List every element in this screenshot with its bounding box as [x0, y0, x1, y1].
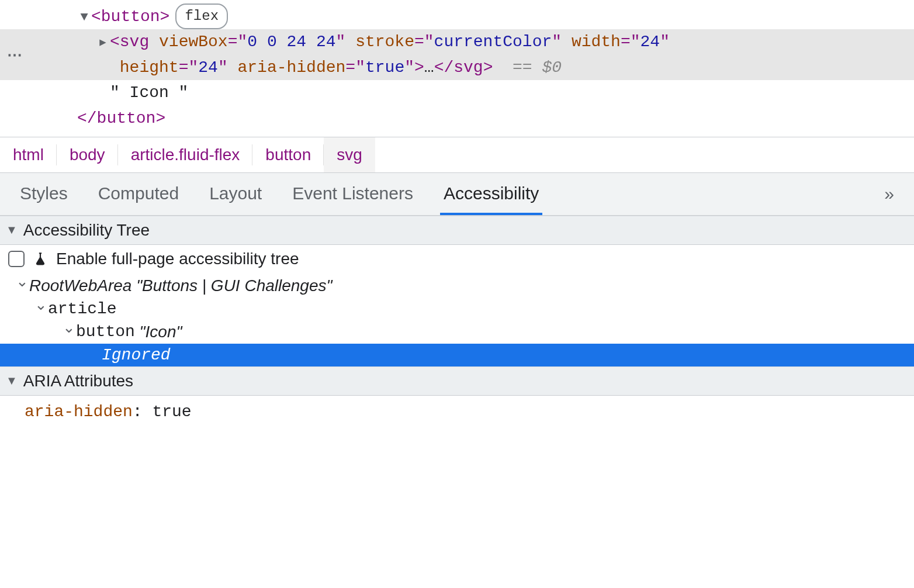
disclosure-triangle-open-icon[interactable] [77, 8, 91, 27]
a11y-root-name: "Buttons | GUI Challenges" [136, 276, 332, 295]
a11y-button-role: button [76, 323, 135, 341]
button-open-tag: <button> [91, 8, 169, 26]
tab-layout[interactable]: Layout [206, 173, 265, 215]
tab-event-listeners[interactable]: Event Listeners [289, 173, 417, 215]
a11y-ignored-label: Ignored [102, 346, 171, 364]
a11y-node-article[interactable]: article [0, 298, 914, 320]
dom-row-button-close[interactable]: </button> [0, 106, 914, 131]
breadcrumb-body[interactable]: body [57, 137, 118, 172]
flex-badge[interactable]: flex [175, 4, 228, 29]
section-aria-attributes[interactable]: ARIA Attributes [0, 366, 914, 396]
section-accessibility-tree[interactable]: Accessibility Tree [0, 216, 914, 245]
breadcrumb-svg[interactable]: svg [324, 137, 375, 172]
enable-full-page-a11y-row[interactable]: Enable full-page accessibility tree [0, 245, 914, 273]
a11y-button-name: "Icon" [140, 323, 182, 341]
enable-full-page-a11y-label: Enable full-page accessibility tree [56, 250, 299, 268]
tab-styles[interactable]: Styles [16, 173, 71, 215]
accessibility-tree: RootWebArea "Buttons | GUI Challenges" a… [0, 273, 914, 366]
a11y-article-role: article [48, 300, 117, 318]
elements-breadcrumb: htmlbodyarticle.fluid-flexbuttonsvg [0, 137, 914, 173]
aria-attr-row-aria-hidden: aria-hidden: true [0, 396, 914, 428]
selected-node-dollar0: == $0 [513, 58, 562, 77]
a11y-node-ignored[interactable]: Ignored [0, 344, 914, 366]
dom-row-button-open[interactable]: <button>flex [0, 4, 914, 29]
a11y-node-rootwebarea[interactable]: RootWebArea "Buttons | GUI Challenges" [0, 274, 914, 298]
aria-attr-name: aria-hidden [25, 403, 133, 421]
tab-computed[interactable]: Computed [95, 173, 182, 215]
a11y-root-role: RootWebArea [29, 276, 131, 295]
experiment-flask-icon [33, 251, 48, 267]
svg-tag-name: svg [120, 33, 149, 51]
tabs-overflow-icon[interactable]: » [884, 184, 898, 204]
elements-dom-tree: <button>flex <svg viewBox="0 0 24 24" st… [0, 0, 914, 137]
svg-collapsed-ellipsis: … [424, 58, 434, 77]
checkbox-unchecked-icon[interactable] [8, 251, 25, 267]
aria-attr-value: true [152, 403, 191, 421]
breadcrumb-html[interactable]: html [0, 137, 57, 172]
aria-attributes-title: ARIA Attributes [23, 372, 133, 390]
svg-close-tag: </svg> [434, 58, 493, 77]
breadcrumb-article-fluid-flex[interactable]: article.fluid-flex [118, 137, 253, 172]
text-node-icon: " Icon " [110, 84, 188, 102]
chevron-down-icon[interactable] [62, 326, 76, 338]
disclosure-triangle-closed-icon[interactable] [96, 33, 110, 53]
breadcrumb-button[interactable]: button [252, 137, 324, 172]
chevron-down-icon [6, 374, 18, 388]
accessibility-tree-title: Accessibility Tree [23, 221, 150, 240]
a11y-node-button[interactable]: button "Icon" [0, 320, 914, 344]
dom-row-icon-text[interactable]: " Icon " [0, 80, 914, 105]
button-close-tag: </button> [77, 109, 165, 127]
chevron-down-icon[interactable] [34, 303, 48, 315]
dom-row-svg[interactable]: <svg viewBox="0 0 24 24" stroke="current… [0, 29, 914, 80]
tab-accessibility[interactable]: Accessibility [440, 173, 542, 215]
chevron-down-icon [6, 223, 18, 237]
devtools-tab-strip: StylesComputedLayoutEvent ListenersAcces… [0, 173, 914, 216]
chevron-down-icon[interactable] [15, 279, 29, 292]
